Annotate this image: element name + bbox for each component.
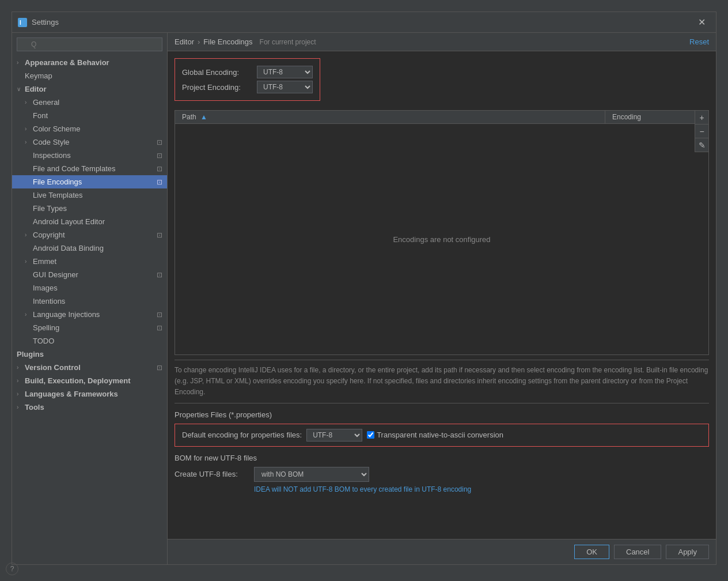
expand-arrow: › [25,99,33,105]
sidebar-item-file-code-templates[interactable]: File and Code Templates ⊡ [12,162,167,175]
sidebar-item-label: Tools [25,403,44,412]
sidebar-item-android-data-binding[interactable]: Android Data Binding [12,242,167,255]
sync-badge: ⊡ [157,231,162,239]
bom-row: Create UTF-8 files: with NO BOM with BOM [175,467,709,482]
nav-tree: › Appearance & Behavior Keymap ∨ Editor … [12,56,167,564]
sidebar-item-editor[interactable]: ∨ Editor [12,82,167,96]
sidebar-item-keymap[interactable]: Keymap [12,69,167,82]
description-text: To change encoding IntelliJ IDEA uses fo… [175,360,709,403]
description-content: To change encoding IntelliJ IDEA uses fo… [175,366,708,396]
path-header-label: Path [182,113,196,121]
sidebar-item-label: Build, Execution, Deployment [25,376,130,385]
transparent-checkbox-input[interactable] [367,431,374,439]
apply-button[interactable]: Apply [666,545,709,559]
sidebar-item-intentions[interactable]: Intentions [12,295,167,308]
title-bar: I Settings ✕ [12,12,716,33]
sidebar-item-copyright[interactable]: › Copyright ⊡ [12,228,167,242]
create-utf8-select[interactable]: with NO BOM with BOM [254,467,369,482]
sidebar-item-gui-designer[interactable]: GUI Designer ⊡ [12,268,167,281]
sidebar-item-label: Spelling [33,323,59,332]
expand-arrow: ∨ [17,86,25,92]
breadcrumb-separator: › [198,37,200,46]
sidebar: 🔍 › Appearance & Behavior Keymap ∨ E [12,33,168,564]
sidebar-item-language-injections[interactable]: › Language Injections ⊡ [12,308,167,321]
sync-badge: ⊡ [157,271,162,279]
sidebar-item-label: Images [33,284,58,292]
create-utf8-label: Create UTF-8 files: [175,470,249,478]
sidebar-item-plugins[interactable]: Plugins [12,348,167,361]
sidebar-item-code-style[interactable]: › Code Style ⊡ [12,135,167,149]
breadcrumb-project-link[interactable]: For current project [260,38,316,46]
dialog-footer: OK Cancel Apply [168,539,716,564]
sidebar-item-todo[interactable]: TODO [12,334,167,348]
sync-badge: ⊡ [157,311,162,319]
sidebar-item-inspections[interactable]: Inspections ⊡ [12,149,167,162]
search-wrapper: 🔍 [17,37,162,51]
help-button[interactable]: ? [6,563,18,575]
expand-arrow: › [25,258,33,265]
transparent-checkbox-label: Transparent native-to-ascii conversion [377,431,503,439]
sync-badge: ⊡ [157,324,162,332]
breadcrumb-editor[interactable]: Editor [175,37,194,46]
bom-title: BOM for new UTF-8 files [175,454,709,462]
sidebar-item-label: Android Data Binding [33,244,104,252]
bom-note-prefix: IDEA will NOT add [254,485,313,493]
sidebar-item-color-scheme[interactable]: › Color Scheme [12,122,167,135]
global-encoding-select[interactable]: UTF-8 UTF-16 ISO-8859-1 [257,66,313,78]
search-input[interactable] [17,37,162,51]
svg-text:I: I [20,20,21,26]
sidebar-item-tools[interactable]: › Tools [12,401,167,414]
sidebar-item-label: Copyright [33,231,65,239]
sidebar-item-label: File and Code Templates [33,164,116,173]
bom-section: BOM for new UTF-8 files Create UTF-8 fil… [175,454,709,493]
sidebar-item-file-encodings[interactable]: File Encodings ⊡ [12,175,167,188]
encoding-section: Global Encoding: UTF-8 UTF-16 ISO-8859-1… [175,58,320,101]
reset-button[interactable]: Reset [689,37,709,46]
sidebar-item-file-types[interactable]: File Types [12,202,167,215]
project-encoding-row: Project Encoding: UTF-8 UTF-16 ISO-8859-… [182,81,313,93]
sync-badge: ⊡ [157,138,162,146]
search-box: 🔍 [12,33,167,56]
remove-encoding-button[interactable]: − [695,124,708,138]
properties-encoding-select[interactable]: UTF-8 UTF-16 ISO-8859-1 [306,429,362,442]
table-body: Encodings are not configured [175,124,708,354]
sidebar-item-label: Emmet [33,257,56,266]
settings-body: Global Encoding: UTF-8 UTF-16 ISO-8859-1… [168,51,716,539]
bom-note-suffix: to every created file in UTF-8 encoding [350,485,471,493]
edit-encoding-button[interactable]: ✎ [695,138,708,152]
expand-arrow: › [25,139,33,145]
project-encoding-select[interactable]: UTF-8 UTF-16 ISO-8859-1 [257,81,313,93]
bom-note: IDEA will NOT add UTF-8 BOM to every cre… [175,485,709,493]
sidebar-item-label: Color Scheme [33,124,80,133]
sidebar-item-label: Appearance & Behavior [25,58,109,67]
transparent-conversion-checkbox[interactable]: Transparent native-to-ascii conversion [367,431,503,439]
sidebar-item-label: File Encodings [33,178,82,186]
sidebar-item-images[interactable]: Images [12,281,167,295]
sidebar-item-appearance-behavior[interactable]: › Appearance & Behavior [12,56,167,69]
ok-button[interactable]: OK [574,545,609,559]
properties-default-label: Default encoding for properties files: [182,431,302,439]
sidebar-item-live-templates[interactable]: Live Templates [12,188,167,202]
sidebar-item-font[interactable]: Font [12,109,167,122]
sidebar-item-label: Android Layout Editor [33,217,105,226]
properties-title: Properties Files (*.properties) [175,410,709,419]
expand-arrow: › [17,404,25,410]
sidebar-item-build-execution-deployment[interactable]: › Build, Execution, Deployment [12,374,167,387]
sidebar-item-version-control[interactable]: › Version Control ⊡ [12,361,167,374]
breadcrumb-path: Editor › File Encodings For current proj… [175,37,316,46]
add-encoding-button[interactable]: + [695,111,708,124]
cancel-button[interactable]: Cancel [614,545,661,559]
sidebar-item-languages-frameworks[interactable]: › Languages & Frameworks [12,387,167,401]
sidebar-item-label: Version Control [25,363,81,372]
sidebar-item-android-layout-editor[interactable]: Android Layout Editor [12,215,167,228]
expand-arrow: › [25,232,33,238]
sidebar-item-spelling[interactable]: Spelling ⊡ [12,321,167,334]
close-button[interactable]: ✕ [693,14,710,30]
window-title: Settings [32,18,693,27]
sidebar-item-label: Live Templates [33,191,82,199]
sidebar-item-emmet[interactable]: › Emmet [12,255,167,268]
sidebar-item-general[interactable]: › General [12,96,167,109]
bom-note-link[interactable]: UTF-8 BOM [313,485,350,493]
sidebar-item-label: Editor [25,85,47,93]
sidebar-item-label: TODO [33,337,54,345]
